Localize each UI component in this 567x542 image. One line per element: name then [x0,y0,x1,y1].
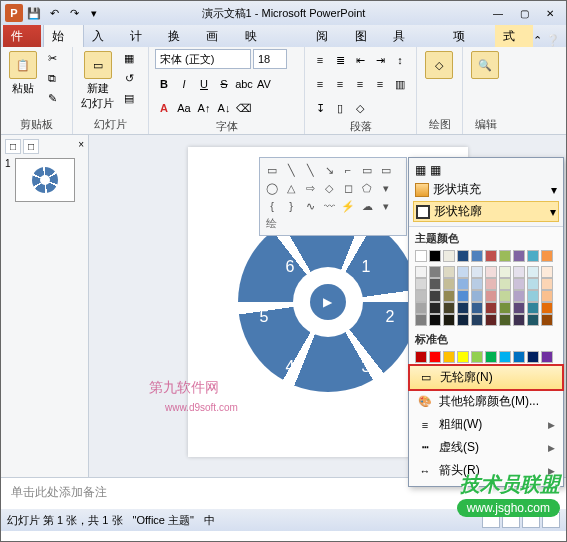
weight-item[interactable]: ≡ 粗细(W) ▶ [409,413,563,436]
color-swatch[interactable] [429,266,441,278]
dashes-item[interactable]: ┅ 虚线(S) ▶ [409,436,563,459]
smartart-button[interactable]: ◇ [351,99,369,117]
color-swatch[interactable] [415,266,427,278]
color-swatch[interactable] [485,250,497,262]
color-swatch[interactable] [471,314,483,326]
qat-more[interactable]: ▾ [85,4,103,22]
color-swatch[interactable] [513,351,525,363]
layout-button[interactable]: ▦ [120,49,138,67]
color-swatch[interactable] [443,302,455,314]
color-swatch[interactable] [429,278,441,290]
columns-button[interactable]: ▥ [391,75,409,93]
grow-font-button[interactable]: A↑ [195,99,213,117]
color-swatch[interactable] [471,278,483,290]
shape-cloud-icon[interactable]: ☁ [359,198,375,214]
shape-connector-icon[interactable]: ⌐ [340,162,356,178]
color-swatch[interactable] [457,266,469,278]
thumb-tab-slides[interactable]: □ [5,139,21,154]
bullets-button[interactable]: ≡ [311,51,329,69]
color-swatch[interactable] [471,250,483,262]
font-color-button[interactable]: A [155,99,173,117]
color-swatch[interactable] [471,302,483,314]
shape-callout-icon[interactable]: ◻ [340,180,356,196]
color-swatch[interactable] [499,266,511,278]
language-indicator[interactable]: 中 [204,513,215,528]
color-swatch[interactable] [457,250,469,262]
line-spacing-button[interactable]: ↕ [391,51,409,69]
color-swatch[interactable] [415,302,427,314]
color-swatch[interactable] [429,314,441,326]
align-left-button[interactable]: ≡ [311,75,329,93]
color-swatch[interactable] [415,250,427,262]
ribbon-minimize-icon[interactable]: ⌃ [533,34,542,47]
color-swatch[interactable] [415,290,427,302]
italic-button[interactable]: I [175,75,193,93]
color-swatch[interactable] [527,250,539,262]
undo-button[interactable]: ↶ [45,4,63,22]
find-button[interactable]: 🔍 [469,49,501,81]
color-swatch[interactable] [527,302,539,314]
color-swatch[interactable] [429,290,441,302]
color-swatch[interactable] [471,290,483,302]
color-swatch[interactable] [457,302,469,314]
minimize-button[interactable]: — [486,5,510,21]
color-swatch[interactable] [541,250,553,262]
color-swatch[interactable] [541,314,553,326]
color-swatch[interactable] [513,266,525,278]
color-swatch[interactable] [485,302,497,314]
slide-thumb-1[interactable]: 1 [5,158,84,202]
color-swatch[interactable] [443,266,455,278]
color-swatch[interactable] [415,314,427,326]
align-right-button[interactable]: ≡ [351,75,369,93]
shape-line-icon[interactable]: ╲ [283,162,299,178]
shape-down-icon[interactable]: ▾ [378,198,394,214]
color-swatch[interactable] [527,290,539,302]
numbering-button[interactable]: ≣ [331,51,349,69]
font-family-combo[interactable]: 宋体 (正文) [155,49,251,69]
shape-line2-icon[interactable]: ╲ [302,162,318,178]
shrink-font-button[interactable]: A↓ [215,99,233,117]
shape-gallery[interactable]: ▭ ╲ ╲ ↘ ⌐ ▭ ▭ ◯ △ ⇨ ◇ ◻ ⬠ ▾ { } ∿ 〰 ⚡ ☁ … [259,157,407,236]
color-swatch[interactable] [457,278,469,290]
shape-outline-button[interactable]: 形状轮廓▾ [413,201,559,222]
shape-rect2-icon[interactable]: ▭ [359,162,375,178]
align-center-button[interactable]: ≡ [331,75,349,93]
thumb-tab-outline[interactable]: □ [23,139,39,154]
save-button[interactable]: 💾 [25,4,43,22]
copy-button[interactable]: ⧉ [43,69,61,87]
color-swatch[interactable] [499,314,511,326]
shape-diamond-icon[interactable]: ◇ [321,180,337,196]
underline-button[interactable]: U [195,75,213,93]
color-swatch[interactable] [443,250,455,262]
justify-button[interactable]: ≡ [371,75,389,93]
color-swatch[interactable] [485,266,497,278]
shape-curve-icon[interactable]: ∿ [302,198,318,214]
char-spacing-button[interactable]: AV [255,75,273,93]
no-outline-item[interactable]: ▭ 无轮廓(N) [409,365,563,390]
color-swatch[interactable] [541,302,553,314]
color-swatch[interactable] [513,290,525,302]
reset-button[interactable]: ↺ [120,69,138,87]
color-swatch[interactable] [513,302,525,314]
color-swatch[interactable] [499,278,511,290]
color-swatch[interactable] [415,351,427,363]
color-swatch[interactable] [485,351,497,363]
format-painter-button[interactable]: ✎ [43,89,61,107]
color-swatch[interactable] [471,266,483,278]
section-button[interactable]: ▤ [120,89,138,107]
drawing-button[interactable]: ◇ [423,49,455,81]
align-text-button[interactable]: ▯ [331,99,349,117]
color-swatch[interactable] [471,351,483,363]
color-swatch[interactable] [429,302,441,314]
color-swatch[interactable] [499,250,511,262]
shape-arrow2-icon[interactable]: ⇨ [302,180,318,196]
color-swatch[interactable] [541,278,553,290]
shape-oval-icon[interactable]: ◯ [264,180,280,196]
color-swatch[interactable] [429,250,441,262]
shape-styles-button[interactable]: ▦ ▦ [413,162,559,178]
color-swatch[interactable] [443,290,455,302]
paste-button[interactable]: 📋 粘贴 [7,49,39,98]
shape-free-icon[interactable]: 〰 [321,198,337,214]
strike-button[interactable]: S [215,75,233,93]
shape-tri-icon[interactable]: △ [283,180,299,196]
